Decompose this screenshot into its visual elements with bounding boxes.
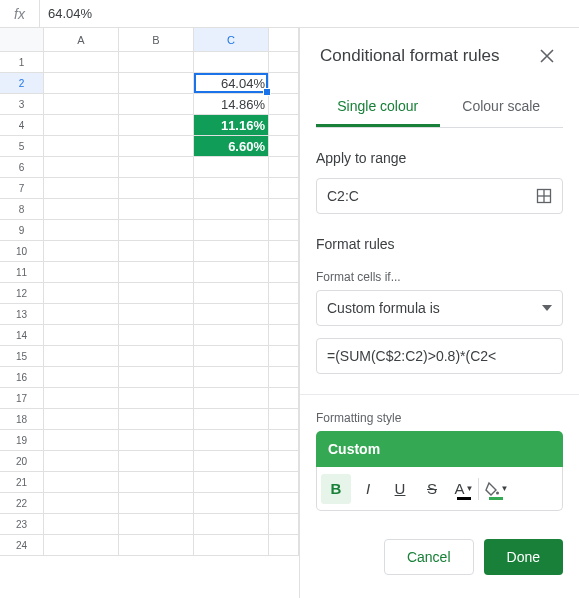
close-icon[interactable] — [535, 44, 559, 68]
cell-A11[interactable] — [44, 262, 119, 283]
col-header-A[interactable]: A — [44, 28, 119, 52]
cell-B11[interactable] — [119, 262, 194, 283]
cell-A5[interactable] — [44, 136, 119, 157]
cell-A20[interactable] — [44, 451, 119, 472]
cell-C9[interactable] — [194, 220, 269, 241]
cancel-button[interactable]: Cancel — [384, 539, 474, 575]
row-header-8[interactable]: 8 — [0, 199, 44, 220]
condition-dropdown[interactable]: Custom formula is — [316, 290, 563, 326]
cell-B7[interactable] — [119, 178, 194, 199]
cell-A1[interactable] — [44, 52, 119, 73]
cell-C18[interactable] — [194, 409, 269, 430]
cell-B21[interactable] — [119, 472, 194, 493]
row-header-3[interactable]: 3 — [0, 94, 44, 115]
cell-B24[interactable] — [119, 535, 194, 556]
cell-C6[interactable] — [194, 157, 269, 178]
cell-C14[interactable] — [194, 325, 269, 346]
tab-colour-scale[interactable]: Colour scale — [440, 88, 564, 127]
cell-A17[interactable] — [44, 388, 119, 409]
row-header-4[interactable]: 4 — [0, 115, 44, 136]
cell-B4[interactable] — [119, 115, 194, 136]
cell-A15[interactable] — [44, 346, 119, 367]
cell-B5[interactable] — [119, 136, 194, 157]
cell-C8[interactable] — [194, 199, 269, 220]
cell-A7[interactable] — [44, 178, 119, 199]
cell-A4[interactable] — [44, 115, 119, 136]
row-header-19[interactable]: 19 — [0, 430, 44, 451]
row-header-1[interactable]: 1 — [0, 52, 44, 73]
cell-C13[interactable] — [194, 304, 269, 325]
cell-C16[interactable] — [194, 367, 269, 388]
row-header-14[interactable]: 14 — [0, 325, 44, 346]
grid-select-icon[interactable] — [536, 188, 552, 204]
tab-single-colour[interactable]: Single colour — [316, 88, 440, 127]
cell-B19[interactable] — [119, 430, 194, 451]
cell-C22[interactable] — [194, 493, 269, 514]
cell-B15[interactable] — [119, 346, 194, 367]
cell-B8[interactable] — [119, 199, 194, 220]
cell-A9[interactable] — [44, 220, 119, 241]
cell-A21[interactable] — [44, 472, 119, 493]
row-header-16[interactable]: 16 — [0, 367, 44, 388]
bold-button[interactable]: B — [321, 474, 351, 504]
cell-A23[interactable] — [44, 514, 119, 535]
underline-button[interactable]: U — [385, 474, 415, 504]
cell-C12[interactable] — [194, 283, 269, 304]
cell-C5[interactable]: 6.60% — [194, 136, 269, 157]
style-preview-chip[interactable]: Custom — [316, 431, 563, 467]
cell-C10[interactable] — [194, 241, 269, 262]
cell-A12[interactable] — [44, 283, 119, 304]
apply-range-input[interactable]: C2:C — [316, 178, 563, 214]
strikethrough-button[interactable]: S — [417, 474, 447, 504]
row-header-22[interactable]: 22 — [0, 493, 44, 514]
cell-A22[interactable] — [44, 493, 119, 514]
row-header-11[interactable]: 11 — [0, 262, 44, 283]
cell-A16[interactable] — [44, 367, 119, 388]
cell-B20[interactable] — [119, 451, 194, 472]
cell-C19[interactable] — [194, 430, 269, 451]
cell-B2[interactable] — [119, 73, 194, 94]
cell-B22[interactable] — [119, 493, 194, 514]
cell-B1[interactable] — [119, 52, 194, 73]
formula-bar-value[interactable]: 64.04% — [40, 6, 579, 21]
cell-B3[interactable] — [119, 94, 194, 115]
cell-C20[interactable] — [194, 451, 269, 472]
cell-C17[interactable] — [194, 388, 269, 409]
corner-cell[interactable] — [0, 28, 44, 52]
row-header-15[interactable]: 15 — [0, 346, 44, 367]
col-header-C[interactable]: C — [194, 28, 269, 52]
cell-A13[interactable] — [44, 304, 119, 325]
cell-C23[interactable] — [194, 514, 269, 535]
cell-B17[interactable] — [119, 388, 194, 409]
italic-button[interactable]: I — [353, 474, 383, 504]
cell-C11[interactable] — [194, 262, 269, 283]
cell-B12[interactable] — [119, 283, 194, 304]
cell-A6[interactable] — [44, 157, 119, 178]
done-button[interactable]: Done — [484, 539, 563, 575]
row-header-10[interactable]: 10 — [0, 241, 44, 262]
cell-A14[interactable] — [44, 325, 119, 346]
row-header-24[interactable]: 24 — [0, 535, 44, 556]
cell-A24[interactable] — [44, 535, 119, 556]
fill-color-button[interactable]: ▼ — [481, 474, 511, 504]
cell-C21[interactable] — [194, 472, 269, 493]
row-header-9[interactable]: 9 — [0, 220, 44, 241]
text-color-button[interactable]: A▼ — [449, 474, 479, 504]
cell-C15[interactable] — [194, 346, 269, 367]
cell-C7[interactable] — [194, 178, 269, 199]
row-header-6[interactable]: 6 — [0, 157, 44, 178]
row-header-17[interactable]: 17 — [0, 388, 44, 409]
cell-C3[interactable]: 14.86% — [194, 94, 269, 115]
cell-A8[interactable] — [44, 199, 119, 220]
row-header-23[interactable]: 23 — [0, 514, 44, 535]
cell-A2[interactable] — [44, 73, 119, 94]
row-header-13[interactable]: 13 — [0, 304, 44, 325]
col-header-B[interactable]: B — [119, 28, 194, 52]
row-header-12[interactable]: 12 — [0, 283, 44, 304]
cell-C24[interactable] — [194, 535, 269, 556]
row-header-20[interactable]: 20 — [0, 451, 44, 472]
spreadsheet-grid[interactable]: ABC1264.04%314.86%411.16%56.60%678910111… — [0, 28, 300, 598]
custom-formula-input[interactable]: =(SUM(C$2:C2)>0.8)*(C2< — [316, 338, 563, 374]
row-header-18[interactable]: 18 — [0, 409, 44, 430]
cell-C2[interactable]: 64.04% — [194, 73, 269, 94]
